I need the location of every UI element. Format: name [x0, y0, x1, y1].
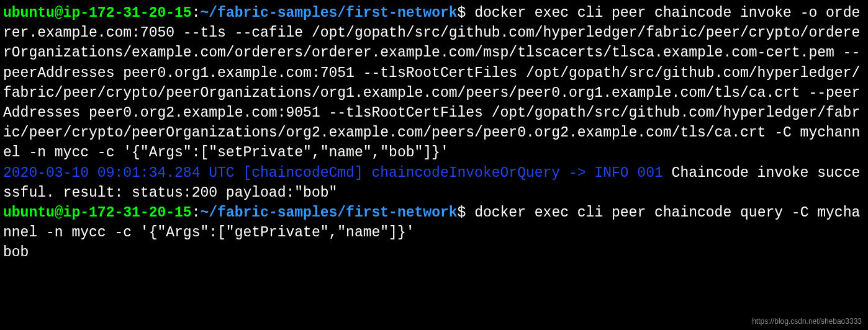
prompt-path: ~/fabric-samples/first-network: [200, 205, 457, 221]
watermark-text: https://blog.csdn.net/shebao3333: [752, 316, 862, 327]
prompt-user-host: ubuntu@ip-172-31-20-15: [3, 5, 192, 21]
prompt-user-host: ubuntu@ip-172-31-20-15: [3, 205, 192, 221]
log-info-prefix: 2020-03-10 09:01:34.284 UTC [chaincodeCm…: [3, 165, 663, 181]
prompt-colon: :: [192, 205, 201, 221]
command-text: docker exec cli peer chaincode invoke -o…: [3, 5, 860, 161]
prompt-dollar: $: [458, 5, 466, 21]
terminal-output[interactable]: ubuntu@ip-172-31-20-15:~/fabric-samples/…: [3, 3, 865, 262]
prompt-path: ~/fabric-samples/first-network: [200, 5, 457, 21]
prompt-dollar: $: [458, 205, 466, 221]
output-text: bob: [3, 244, 29, 261]
prompt-colon: :: [192, 5, 201, 21]
